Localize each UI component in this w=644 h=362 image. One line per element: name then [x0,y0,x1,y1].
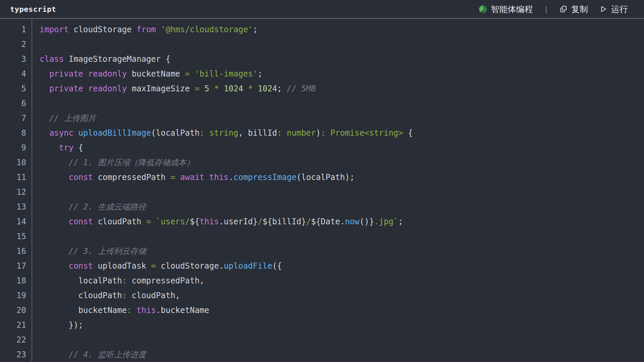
code-token: ) [316,128,321,138]
code-token: async [49,128,73,138]
code-line: 14 const cloudPath = `users/${this.userI… [0,214,644,229]
code-line: 3class ImageStorageManager { [0,52,644,66]
code-line-content: // 3. 上传到云存储 [26,244,146,259]
code-token: = [146,217,151,226]
code-token [190,69,195,79]
code-token: ImageStorageManager { [64,54,170,64]
copy-button[interactable]: 复制 [559,4,588,15]
code-token: = [195,84,199,93]
code-token: const [69,217,93,226]
code-line: 8 async uploadBillImage(localPath: strin… [0,126,644,140]
code-token: `users/ [156,217,190,226]
line-number: 6 [0,96,26,111]
code-token [204,173,209,182]
code-line-content: // 4. 监听上传进度 [26,347,146,362]
editor-header: typescript 智能体编程 | [0,0,644,19]
code-line: 12 [0,185,644,199]
code-token: : [127,306,131,315]
code-line-content: // 1. 图片压缩（降低存储成本） [26,155,194,170]
code-token: // 4. 监听上传进度 [69,350,146,359]
code-token: private [49,84,83,93]
code-token: // 2. 生成云端路径 [69,202,146,212]
code-line: 9 try { [0,140,644,155]
code-line-content: const cloudPath = `users/${this.userId}/… [26,214,403,229]
code-token: { [403,128,413,138]
code-token: . [229,173,233,182]
code-line-content: // 2. 生成云端路径 [26,199,146,214]
code-line-content: private readonly bucketName = 'bill-imag… [26,66,263,81]
code-token [175,173,180,182]
code-token: cloudPath [93,217,146,226]
code-token: await [180,173,204,182]
code-token: * [214,84,219,93]
code-line: 2 [0,37,644,52]
agent-coding-button[interactable]: 智能体编程 [478,4,533,15]
code-token: : [122,276,127,285]
code-line-content: }); [26,318,83,332]
code-token: = [151,261,156,271]
code-editor[interactable]: 1import cloudStorage from '@hms/cloudsto… [0,19,644,362]
code-token: : [277,128,282,138]
code-token: ; [258,69,262,79]
code-token: uploadTask [93,261,151,271]
code-line: 16 // 3. 上传到云存储 [0,244,644,259]
code-line-content [26,332,40,347]
code-token: cloudPath [40,291,122,300]
line-number: 23 [0,347,26,362]
code-token: .bucketName [156,306,209,315]
code-token: cloudStorage. [156,261,224,271]
line-number: 22 [0,332,26,347]
code-line: 4 private readonly bucketName = 'bill-im… [0,66,644,81]
code-token [40,202,69,212]
code-editor-window: typescript 智能体编程 | [0,0,644,362]
agent-coding-label: 智能体编程 [491,4,533,15]
code-token: private [49,69,83,79]
code-line: 1import cloudStorage from '@hms/cloudsto… [0,22,644,37]
code-token: number [287,128,316,138]
line-number: 4 [0,66,26,81]
code-line: 18 localPath: compressedPath, [0,273,644,288]
code-token: .userId} [219,217,258,226]
code-token [156,25,161,34]
code-line-content: const uploadTask = cloudStorage.uploadFi… [26,259,282,273]
code-token: / [306,217,311,226]
header-actions: 智能体编程 | 复制 运行 [478,4,628,15]
line-number: 11 [0,170,26,185]
code-token [40,143,59,152]
line-number: 15 [0,229,26,244]
code-line: 22 [0,332,644,347]
code-token: uploadBillImage [78,128,151,138]
code-token: / [258,217,262,226]
code-token: * [248,84,253,93]
code-line: 7 // 上传图片 [0,111,644,126]
code-token: : [321,128,325,138]
code-token [326,128,330,138]
code-line: 15 [0,229,644,244]
code-token: bucketName [127,69,185,79]
code-token: this [200,217,219,226]
code-token: // 3. 上传到云存储 [69,246,146,256]
code-token: .jpg` [374,217,398,226]
code-line-content: bucketName: this.bucketName [26,303,209,318]
code-token: (localPath [151,128,200,138]
code-token: this [209,173,229,182]
code-token [40,158,69,167]
code-token: ${ [190,217,200,226]
code-token: ; [398,217,403,226]
code-token [253,84,258,93]
code-token: ()} [360,217,374,226]
code-token [209,84,214,93]
line-number: 18 [0,273,26,288]
code-token [40,350,69,359]
code-line: 23 // 4. 监听上传进度 [0,347,644,362]
line-number: 20 [0,303,26,318]
code-line: 20 bucketName: this.bucketName [0,303,644,318]
header-separator: | [544,5,548,13]
code-token: = [170,173,175,182]
code-token: compressedPath, [127,276,204,285]
run-button[interactable]: 运行 [599,4,628,15]
line-number: 8 [0,126,26,140]
code-token: const [69,173,93,182]
copy-icon [559,5,568,13]
code-line-content: private readonly maxImageSize = 5 * 1024… [26,81,316,96]
